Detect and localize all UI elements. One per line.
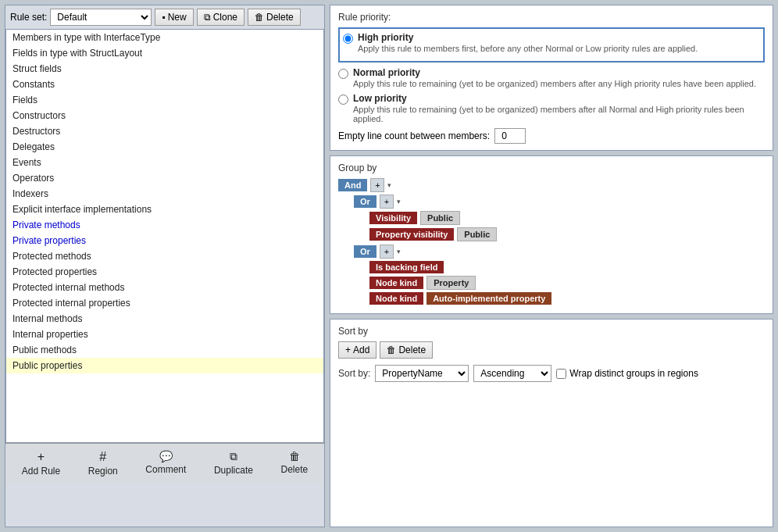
list-item[interactable]: Private methods — [6, 217, 323, 233]
sort-add-button[interactable]: + Add — [338, 341, 377, 359]
sort-property-select[interactable]: PropertyName Name Kind — [375, 365, 469, 382]
duplicate-button[interactable]: ⧉ Duplicate — [206, 447, 261, 480]
list-item[interactable]: Internal properties — [6, 327, 323, 342]
sort-row: Sort by: PropertyName Name Kind Ascendin… — [338, 365, 765, 382]
or1-conditions: Visibility Public Property visibility Pu… — [369, 211, 765, 241]
rules-list-container[interactable]: Members in type with InterfaceType Field… — [5, 29, 324, 443]
list-item[interactable]: Protected internal properties — [6, 295, 323, 311]
node-kind-auto-value[interactable]: Auto-implemented property — [426, 292, 551, 305]
left-header: Rule set: Default ▪ New ⧉ Clone 🗑 Delete — [5, 5, 324, 29]
add-rule-button[interactable]: + Add Rule — [14, 447, 68, 480]
rule-set-select[interactable]: Default — [50, 9, 152, 26]
and-dropdown-arrow[interactable]: ▾ — [387, 181, 391, 189]
list-item[interactable]: Fields in type with StructLayout — [6, 45, 323, 61]
low-priority-desc: Apply this rule to remaining (yet to be … — [353, 105, 765, 123]
or2-dropdown-arrow[interactable]: ▾ — [397, 248, 401, 255]
high-priority-desc: Apply this rule to members first, before… — [358, 44, 698, 53]
normal-priority-desc: Apply this rule to remaining (yet to be … — [353, 79, 756, 88]
left-content: Rule set: Default ▪ New ⧉ Clone 🗑 Delete — [5, 5, 325, 527]
visibility-button[interactable]: Visibility — [369, 212, 417, 224]
sort-order-select[interactable]: Ascending Descending — [473, 365, 551, 382]
visibility-public-value[interactable]: Public — [420, 211, 460, 225]
wrap-regions-row: Wrap distinct groups in regions — [556, 368, 698, 379]
normal-priority-radio[interactable] — [338, 69, 348, 79]
wrap-regions-checkbox[interactable] — [556, 369, 566, 379]
empty-line-spinbox[interactable] — [494, 128, 526, 144]
or2-row: Or + ▾ — [354, 245, 765, 259]
delete-icon: 🗑 — [255, 12, 264, 23]
or1-row: Or + ▾ — [354, 195, 765, 209]
high-priority-row: High priority Apply this rule to members… — [343, 32, 760, 53]
list-item[interactable]: Constants — [6, 77, 323, 92]
list-item[interactable]: Private properties — [6, 233, 323, 248]
delete-button[interactable]: 🗑 Delete — [273, 447, 316, 480]
node-kind-property-value[interactable]: Property — [426, 276, 476, 290]
empty-line-label: Empty line count between members: — [338, 130, 490, 141]
or1-plus-button[interactable]: + — [380, 195, 394, 209]
node-kind-property-row: Node kind Property — [369, 276, 765, 290]
list-item[interactable]: Protected methods — [6, 248, 323, 264]
low-priority-radio[interactable] — [338, 95, 348, 105]
high-priority-label: High priority — [358, 32, 698, 43]
list-item[interactable]: Struct fields — [6, 61, 323, 77]
or1-dropdown-arrow[interactable]: ▾ — [397, 198, 401, 205]
or2-conditions: Is backing field Node kind Property Node… — [369, 261, 765, 305]
list-item[interactable]: Events — [6, 155, 323, 170]
or2-button[interactable]: Or — [354, 245, 377, 258]
property-visibility-button[interactable]: Property visibility — [369, 228, 454, 241]
sort-delete-button[interactable]: 🗑 Delete — [380, 341, 433, 359]
duplicate-label: Duplicate — [214, 465, 253, 476]
main-container: Rule set: Default ▪ New ⧉ Clone 🗑 Delete — [0, 0, 778, 532]
sort-add-label: Add — [353, 345, 369, 355]
delete-header-button[interactable]: 🗑 Delete — [248, 9, 301, 26]
comment-label: Comment — [145, 464, 186, 475]
node-kind-button-1[interactable]: Node kind — [369, 277, 423, 289]
add-rule-label: Add Rule — [22, 466, 60, 477]
list-item[interactable]: Operators — [6, 170, 323, 186]
low-priority-label: Low priority — [353, 93, 765, 104]
property-visibility-public-value[interactable]: Public — [457, 227, 497, 241]
list-item[interactable]: Explicit interface implementations — [6, 202, 323, 217]
region-button[interactable]: # Region — [80, 447, 126, 480]
or2-plus-button[interactable]: + — [380, 245, 394, 259]
or1-container: Or + ▾ Visibility Public Property visibi… — [354, 195, 765, 241]
property-visibility-row: Property visibility Public — [369, 227, 765, 241]
list-item[interactable]: Protected properties — [6, 264, 323, 280]
list-item[interactable]: Indexers — [6, 186, 323, 202]
sort-by-row-label: Sort by: — [338, 368, 370, 379]
list-item[interactable]: Constructors — [6, 108, 323, 123]
list-item[interactable]: Internal methods — [6, 311, 323, 327]
list-item[interactable]: Public methods — [6, 342, 323, 358]
high-priority-radio[interactable] — [343, 34, 353, 44]
add-rule-icon: + — [37, 450, 45, 464]
and-button[interactable]: And — [338, 179, 367, 191]
new-icon: ▪ — [162, 12, 165, 23]
clone-icon: ⧉ — [204, 12, 211, 23]
node-kind-button-2[interactable]: Node kind — [369, 292, 423, 305]
sort-toolbar: + Add 🗑 Delete — [338, 341, 765, 359]
clone-button[interactable]: ⧉ Clone — [197, 9, 244, 26]
or2-container: Or + ▾ Is backing field Node kind Proper… — [354, 245, 765, 305]
is-backing-field-row: Is backing field — [369, 261, 765, 273]
list-item[interactable]: Fields — [6, 92, 323, 108]
comment-button[interactable]: 💬 Comment — [137, 447, 194, 480]
sort-by-title: Sort by — [338, 326, 765, 337]
list-item[interactable]: Delegates — [6, 139, 323, 155]
rule-priority-title: Rule priority: — [338, 12, 765, 23]
sort-add-icon: + — [345, 345, 351, 355]
group-by-box: Group by And + ▾ Or + ▾ Visibility — [330, 155, 773, 314]
is-backing-field-button[interactable]: Is backing field — [369, 261, 444, 273]
list-item[interactable]: Destructors — [6, 123, 323, 139]
list-item-selected[interactable]: Public properties — [6, 358, 323, 373]
and-plus-button[interactable]: + — [370, 178, 384, 192]
list-item[interactable]: Protected internal methods — [6, 280, 323, 295]
rules-list: Members in type with InterfaceType Field… — [6, 30, 323, 373]
sort-by-box: Sort by + Add 🗑 Delete Sort by: Property… — [330, 319, 773, 527]
new-button[interactable]: ▪ New — [155, 9, 193, 26]
or1-button[interactable]: Or — [354, 195, 377, 208]
high-priority-option: High priority Apply this rule to members… — [338, 27, 765, 62]
left-panel: Rule set: Default ▪ New ⧉ Clone 🗑 Delete — [5, 5, 325, 527]
right-panel: Rule priority: High priority Apply this … — [330, 5, 773, 527]
low-priority-option: Low priority Apply this rule to remainin… — [338, 93, 765, 123]
list-item[interactable]: Members in type with InterfaceType — [6, 30, 323, 45]
